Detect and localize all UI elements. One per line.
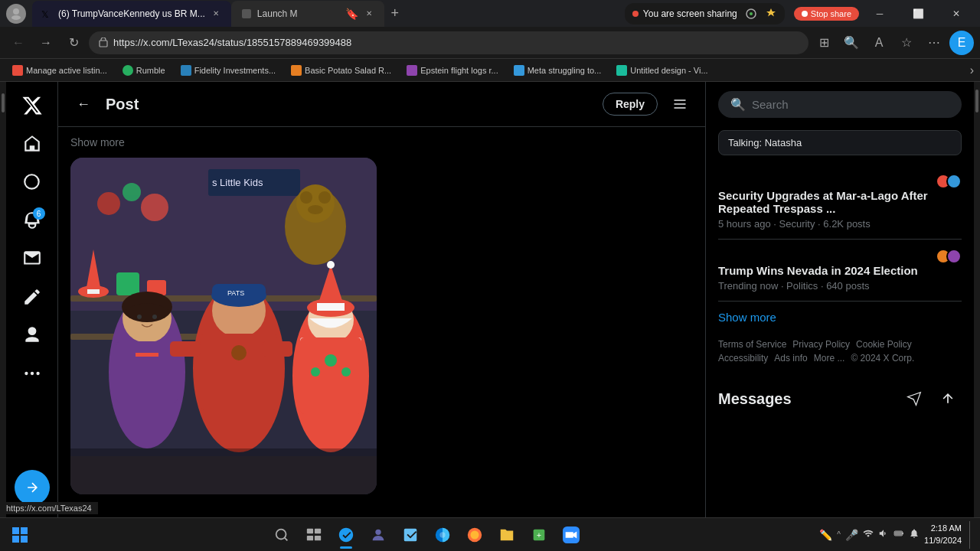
terms-link[interactable]: Terms of Service — [718, 339, 786, 350]
compose-button[interactable] — [15, 470, 50, 505]
clock[interactable]: 2:18 AM 11/9/2024 — [924, 523, 962, 546]
search-icon: 🔍 — [730, 97, 746, 112]
bookmarks-more-button[interactable]: › — [970, 64, 974, 77]
footer-links: Terms of Service Privacy Policy Cookie P… — [718, 339, 962, 364]
x-scrollbar[interactable] — [0, 82, 6, 517]
search-button[interactable]: 🔍 — [839, 31, 864, 55]
bookmark-3[interactable]: Fidelity Investments... — [175, 64, 282, 77]
status-url: https://x.com/LTexas24 — [6, 504, 92, 513]
chevron-icon[interactable]: ^ — [837, 530, 841, 539]
wifi-icon[interactable] — [863, 528, 874, 541]
bookmark-3-favicon — [181, 65, 191, 76]
messages-title: Messages — [718, 390, 792, 408]
title-bar: 𝕏 (6) TrumpVanceKennedy us BR M... ✕ Lau… — [0, 0, 980, 27]
svg-point-28 — [308, 205, 323, 214]
taskbar-right: ✏️ ^ 🎤 2:18 AM 11/9/2024 — [819, 521, 974, 549]
svg-rect-60 — [12, 536, 19, 543]
svg-point-32 — [137, 315, 142, 319]
show-more-link[interactable]: Show more — [58, 127, 705, 158]
svg-point-16 — [141, 194, 168, 221]
back-button[interactable]: ← — [6, 31, 31, 55]
show-more-trends-link[interactable]: Show more — [718, 302, 962, 333]
bookmark-6[interactable]: Meta struggling to... — [508, 64, 608, 77]
svg-point-33 — [152, 315, 157, 319]
taskbar-firefox[interactable] — [459, 520, 490, 550]
extensions-button[interactable]: ⊞ — [812, 31, 836, 55]
bookmark-4[interactable]: Basic Potato Salad R... — [285, 64, 397, 77]
tab-2-close[interactable]: ✕ — [363, 8, 375, 20]
search-bar[interactable]: 🔍 — [718, 91, 962, 118]
taskbar-appinstaller[interactable]: + — [524, 520, 554, 550]
tab-1[interactable]: 𝕏 (6) TrumpVanceKennedy us BR M... ✕ — [32, 1, 231, 27]
tab-1-close[interactable]: ✕ — [210, 8, 222, 20]
stop-share-button[interactable]: Stop share — [794, 7, 859, 21]
more-nav-item[interactable] — [15, 356, 50, 391]
svg-rect-65 — [307, 535, 313, 540]
post-more-button[interactable] — [667, 91, 693, 117]
notifications-nav-item[interactable]: 6 — [15, 203, 50, 238]
favorites-button[interactable]: ☆ — [894, 31, 919, 55]
search-input[interactable] — [752, 98, 949, 111]
more-link[interactable]: More ... — [814, 353, 845, 364]
taskbar-teams[interactable] — [363, 520, 394, 550]
x-logo[interactable] — [15, 88, 50, 123]
svg-point-71 — [471, 530, 479, 539]
taskbar-edge[interactable] — [331, 520, 361, 550]
url-bar[interactable]: https://x.com/LTexas24/status/1855157889… — [89, 31, 808, 54]
bookmark-7[interactable]: Untitled design - Vi... — [610, 64, 714, 77]
privacy-link[interactable]: Privacy Policy — [792, 339, 850, 350]
svg-point-7 — [24, 372, 28, 375]
bookmark-5[interactable]: Epstein flight logs r... — [400, 64, 505, 77]
forward-button[interactable]: → — [34, 31, 58, 55]
profile-sync-button[interactable]: E — [949, 31, 974, 55]
refresh-button[interactable]: ↻ — [61, 31, 86, 55]
profile-icon[interactable] — [6, 4, 26, 24]
taskbar-taskview[interactable] — [299, 520, 329, 550]
minimize-button[interactable]: ─ — [862, 0, 897, 27]
messages-up-button[interactable] — [934, 385, 962, 412]
trending-title-2[interactable]: Trump Wins Nevada in 2024 Election — [718, 264, 962, 277]
screen-share-text: You are screen sharing — [643, 8, 737, 19]
bookmark-4-favicon — [291, 65, 302, 76]
reply-button[interactable]: Reply — [603, 93, 658, 116]
messages-nav-item[interactable] — [15, 241, 50, 276]
new-tab-button[interactable]: + — [384, 3, 406, 24]
ads-info-link[interactable]: Ads info — [774, 353, 807, 364]
more-actions-button[interactable]: ⋯ — [922, 31, 946, 55]
svg-rect-6 — [100, 41, 107, 47]
show-desktop-button[interactable] — [969, 521, 974, 549]
microphone-icon: 🎤 — [845, 529, 858, 541]
taskbar-files[interactable] — [492, 520, 522, 550]
taskbar: + ✏️ ^ 🎤 — [0, 517, 980, 551]
taskbar-browser2[interactable] — [427, 520, 458, 550]
compose-nav-item[interactable] — [15, 279, 50, 315]
maximize-button[interactable]: ⬜ — [900, 0, 936, 27]
volume-icon[interactable] — [878, 528, 889, 541]
taskbar-search[interactable] — [266, 520, 297, 550]
translate-button[interactable]: A — [867, 31, 891, 55]
taskbar-snipping[interactable] — [395, 520, 426, 550]
taskbar-zoom[interactable] — [556, 520, 586, 550]
nav-bar: ← → ↻ https://x.com/LTexas24/status/1855… — [0, 27, 980, 59]
profile-nav-item[interactable] — [15, 318, 50, 353]
bookmark-1[interactable]: Manage active listin... — [6, 64, 113, 77]
messages-compose-button[interactable] — [900, 385, 928, 412]
bookmark-2[interactable]: Rumble — [116, 64, 172, 77]
back-button[interactable]: ← — [70, 91, 96, 117]
svg-text:𝕏: 𝕏 — [41, 9, 49, 20]
start-button[interactable] — [6, 521, 34, 549]
close-button[interactable]: ✕ — [939, 0, 974, 27]
trending-title-1[interactable]: Security Upgrades at Mar-a-Lago After Re… — [718, 189, 962, 215]
notification-icon[interactable] — [909, 528, 920, 541]
svg-point-5 — [750, 12, 753, 15]
trending-avatars-2 — [936, 249, 962, 264]
tab-2-favicon — [240, 8, 253, 20]
notification-count: 6 — [33, 207, 45, 220]
cookie-link[interactable]: Cookie Policy — [856, 339, 912, 350]
trending-item-2: Trump Wins Nevada in 2024 Election Trend… — [718, 240, 962, 302]
accessibility-link[interactable]: Accessibility — [718, 353, 768, 364]
right-scrollbar[interactable] — [974, 82, 980, 517]
home-nav-item[interactable] — [15, 126, 50, 161]
tab-2[interactable]: Launch M 🔖 ✕ — [231, 1, 384, 27]
explore-nav-item[interactable] — [15, 165, 50, 200]
